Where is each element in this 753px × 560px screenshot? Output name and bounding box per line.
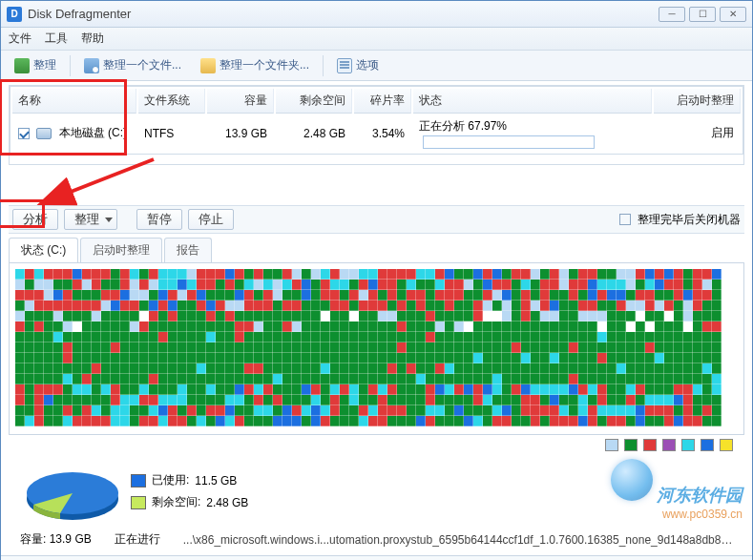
col-filesystem[interactable]: 文件系统 [138,89,205,114]
maximize-button[interactable]: ☐ [689,7,716,22]
svg-rect-182 [321,290,330,301]
svg-rect-435 [617,321,626,332]
svg-rect-298 [15,311,25,321]
col-fragmentation[interactable]: 碎片率 [354,89,411,114]
svg-rect-799 [559,374,569,384]
toolbar-options-button[interactable]: 选项 [331,54,385,76]
svg-rect-128 [512,280,521,290]
tab-status[interactable]: 状态 (C:) [9,238,78,262]
svg-rect-362 [626,311,636,321]
svg-rect-627 [330,353,340,363]
svg-rect-456 [111,332,120,342]
svg-rect-113 [368,280,378,290]
svg-rect-747 [63,374,73,384]
svg-rect-357 [578,311,588,321]
drive-checkbox[interactable] [18,128,30,139]
svg-rect-868 [512,384,521,395]
checkbox-icon [619,214,631,225]
drive-row[interactable]: 本地磁盘 (C:) NTFS 13.9 GB 2.48 GB 3.54% 正在分… [12,115,741,152]
svg-rect-203 [521,290,531,301]
svg-rect-324 [263,311,273,321]
svg-rect-900 [111,395,120,405]
svg-rect-973 [101,405,111,416]
menu-tools[interactable]: 工具 [45,31,68,47]
pause-button[interactable]: 暂停 [136,209,182,230]
svg-rect-1046 [92,416,101,426]
svg-rect-257 [330,301,340,311]
toolbar-defrag-folder-button[interactable]: 整理一个文件夹... [195,54,315,76]
col-capacity[interactable]: 容量 [207,89,274,114]
defrag-button[interactable]: 整理 [64,209,117,230]
svg-rect-1022 [569,405,578,416]
svg-rect-339 [407,311,416,321]
svg-rect-249 [254,301,263,311]
svg-rect-511 [636,332,645,342]
minimize-button[interactable]: ─ [659,7,685,22]
svg-rect-565 [445,342,454,353]
toolbar-defrag-file-button[interactable]: 整理一个文件... [78,54,187,76]
svg-rect-170 [206,290,216,301]
svg-rect-715 [464,363,473,374]
toolbar-defrag-button[interactable]: 整理 [9,54,62,76]
svg-rect-550 [302,342,311,353]
svg-rect-386 [149,321,158,332]
svg-rect-739 [693,363,702,374]
svg-rect-754 [130,374,139,384]
svg-rect-1015 [502,405,512,416]
svg-rect-992 [282,405,292,416]
svg-rect-965 [25,405,34,416]
col-name[interactable]: 名称 [12,89,136,114]
stop-button[interactable]: 停止 [188,209,234,230]
svg-rect-442 [683,321,693,332]
svg-rect-745 [44,374,53,384]
svg-rect-439 [655,321,664,332]
col-status[interactable]: 状态 [413,89,652,114]
svg-rect-290 [645,301,655,311]
svg-rect-22 [206,269,216,280]
svg-rect-886 [683,384,693,395]
svg-rect-638 [435,353,445,363]
shutdown-after-checkbox[interactable]: 整理完毕后关闭机器 [619,212,741,228]
svg-rect-169 [197,290,206,301]
svg-rect-862 [454,384,464,395]
svg-rect-741 [712,363,722,374]
svg-rect-987 [235,405,244,416]
svg-rect-977 [139,405,149,416]
svg-rect-1053 [158,416,168,426]
svg-rect-927 [368,395,378,405]
col-freespace[interactable]: 剩余空间 [276,89,352,114]
svg-rect-941 [502,395,512,405]
svg-rect-375 [44,321,53,332]
svg-rect-907 [178,395,187,405]
svg-rect-479 [330,332,340,342]
svg-rect-910 [206,395,216,405]
col-schedule[interactable]: 启动时整理 [654,89,741,114]
analyze-button[interactable]: 分析 [12,209,58,230]
tab-schedule[interactable]: 启动时整理 [80,238,162,262]
svg-rect-716 [473,363,483,374]
svg-rect-367 [674,311,683,321]
menu-file[interactable]: 文件 [9,31,31,47]
svg-rect-478 [321,332,330,342]
close-button[interactable]: ✕ [720,7,746,22]
svg-rect-585 [636,342,645,353]
legend-color [643,439,657,451]
svg-rect-380 [92,321,101,332]
svg-rect-395 [235,321,244,332]
svg-rect-53 [502,269,512,280]
svg-rect-333 [349,311,359,321]
svg-rect-549 [292,342,302,353]
svg-rect-32 [302,269,311,280]
svg-rect-873 [559,384,569,395]
chevron-down-icon [105,218,113,222]
svg-rect-271 [464,301,473,311]
svg-rect-568 [473,342,483,353]
svg-rect-945 [540,395,550,405]
menu-help[interactable]: 帮助 [81,31,104,47]
svg-rect-614 [206,353,216,363]
svg-rect-598 [53,353,63,363]
drive-table: 名称 文件系统 容量 剩余空间 碎片率 状态 启动时整理 本地 [9,85,744,165]
svg-rect-142 [645,280,655,290]
svg-rect-953 [617,395,626,405]
tab-report[interactable]: 报告 [164,238,212,262]
